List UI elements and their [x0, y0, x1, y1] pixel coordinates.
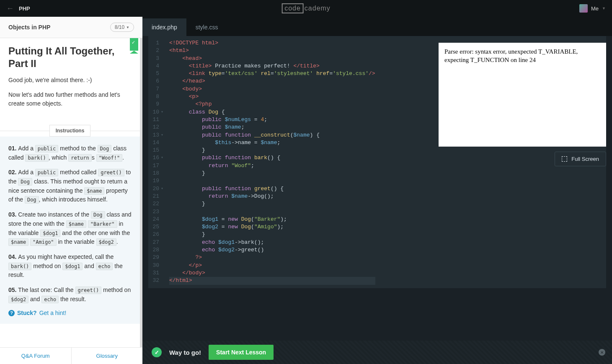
- inline-code: $dog2: [96, 238, 116, 246]
- fold-icon[interactable]: ▾: [161, 108, 163, 116]
- gutter-line-number: 2: [150, 47, 162, 54]
- close-icon[interactable]: ✕: [599, 349, 605, 356]
- gutter-line-number: 8: [150, 93, 162, 101]
- gutter-line-number: 1: [150, 39, 162, 47]
- check-circle-icon: ✓: [152, 347, 162, 357]
- tab-style-css[interactable]: style.css: [186, 18, 227, 36]
- code-line[interactable]: <!DOCTYPE html>: [169, 39, 375, 47]
- lesson-category: Objects in PHP: [8, 24, 50, 31]
- inline-code: Dog: [18, 178, 32, 186]
- gutter-line-number: 24: [150, 216, 162, 223]
- gutter-line-number: 23: [150, 208, 162, 216]
- inline-code: Dog: [25, 196, 39, 204]
- code-line[interactable]: </p>: [169, 262, 375, 269]
- gutter-line-number: 18: [150, 170, 162, 177]
- lesson-paragraph: Now let's add two further methods and le…: [8, 90, 132, 108]
- status-text: Way to go!: [169, 349, 201, 356]
- inline-code: greet(): [98, 169, 124, 176]
- inline-code: echo: [41, 296, 59, 303]
- instruction-step: 01. Add a public method to the Dog class…: [8, 144, 132, 162]
- code-line[interactable]: [169, 208, 375, 216]
- code-line[interactable]: return "Woof";: [169, 162, 375, 170]
- question-icon: ?: [8, 310, 15, 316]
- lesson-title: Putting It All Together, Part II: [8, 45, 123, 70]
- step-selector[interactable]: 8/10 ▼: [110, 23, 134, 32]
- code-line[interactable]: }: [169, 170, 375, 177]
- gutter-line-number: 14: [150, 139, 162, 147]
- inline-code: bark(): [25, 154, 48, 162]
- code-line[interactable]: public function greet() {: [169, 185, 375, 193]
- code-line[interactable]: <body>: [169, 85, 375, 93]
- code-line[interactable]: echo $dog2->greet(): [169, 246, 375, 254]
- instruction-step: 03. Create two instances of the Dog clas…: [8, 210, 132, 247]
- inline-code: Dog: [98, 145, 112, 152]
- code-line[interactable]: <head>: [169, 55, 375, 62]
- editor-tabs: index.php style.css: [142, 17, 612, 36]
- gutter-line-number: 28: [150, 246, 162, 254]
- fullscreen-button[interactable]: Full Screen: [555, 152, 606, 166]
- logo[interactable]: code cademy: [281, 3, 331, 13]
- code-line[interactable]: public function bark() {: [169, 154, 375, 162]
- gutter-line-number: 15: [150, 147, 162, 154]
- inline-code: $dog1: [62, 263, 83, 270]
- tab-index-php[interactable]: index.php: [142, 18, 186, 36]
- chevron-down-icon: ▼: [602, 6, 606, 10]
- fold-icon[interactable]: ▾: [161, 154, 163, 162]
- code-line[interactable]: $dog2 = new Dog("Amigo");: [169, 223, 375, 231]
- start-next-lesson-button[interactable]: Start Next Lesson: [209, 345, 274, 360]
- inline-code: Dog: [91, 211, 105, 219]
- gutter-line-number: 25: [150, 223, 162, 231]
- user-menu[interactable]: Me ▼: [579, 4, 606, 13]
- qa-forum-link[interactable]: Q&A Forum: [0, 348, 72, 364]
- code-line[interactable]: $dog1 = new Dog("Barker");: [169, 216, 375, 223]
- inline-code: public: [35, 145, 58, 152]
- fold-icon[interactable]: ▾: [161, 132, 163, 139]
- output-content: Parse error: syntax error, unexpected T_…: [439, 43, 606, 147]
- code-line[interactable]: $this->name = $name;: [169, 139, 375, 147]
- inline-code: "Barker": [88, 220, 117, 228]
- code-line[interactable]: </body>: [169, 269, 375, 277]
- fold-icon[interactable]: ▾: [161, 185, 163, 193]
- lesson-scroll[interactable]: ✓ Putting It All Together, Part II Good …: [0, 38, 142, 347]
- code-line[interactable]: }: [169, 200, 375, 208]
- code-line[interactable]: }: [169, 147, 375, 154]
- gutter-line-number: 7: [150, 85, 162, 93]
- inline-code: $dog1: [40, 230, 60, 237]
- gutter-line-number: 10▾: [150, 108, 162, 116]
- gutter-line-number: 32: [150, 277, 162, 284]
- code-line[interactable]: <p>: [169, 93, 375, 101]
- code-line[interactable]: public $name;: [169, 124, 375, 131]
- code-line[interactable]: <link type='text/css' rel='stylesheet' h…: [169, 70, 375, 77]
- code-line[interactable]: ?>: [169, 254, 375, 261]
- code-line[interactable]: <?php: [169, 101, 375, 108]
- code-line[interactable]: echo $dog1->bark();: [169, 239, 375, 246]
- code-line[interactable]: <title> Practice makes perfect! </title>: [169, 62, 375, 70]
- check-icon: ✓: [132, 40, 135, 45]
- code-line[interactable]: }: [169, 231, 375, 238]
- back-arrow-icon[interactable]: ←: [6, 4, 14, 13]
- chevron-down-icon: ▼: [126, 26, 129, 29]
- code-line[interactable]: </head>: [169, 77, 375, 85]
- inline-code: $dog2: [8, 296, 28, 303]
- logo-boxed: code: [281, 3, 304, 13]
- hint-link[interactable]: Get a hint!: [39, 310, 67, 316]
- code-line[interactable]: [169, 177, 375, 185]
- code-line[interactable]: public function __construct($name) {: [169, 132, 375, 139]
- code-line[interactable]: <html>: [169, 47, 375, 54]
- gutter-line-number: 19: [150, 177, 162, 185]
- hint-row[interactable]: ? Stuck? Get a hint!: [8, 310, 132, 316]
- instructions-heading: Instructions: [49, 125, 91, 137]
- stuck-label: Stuck?: [17, 310, 37, 316]
- code-line[interactable]: class Dog {: [169, 108, 375, 116]
- gutter-line-number: 16▾: [150, 154, 162, 162]
- glossary-link[interactable]: Glossary: [72, 348, 143, 364]
- gutter-line-number: 13▾: [150, 132, 162, 139]
- logo-rest: cademy: [305, 5, 331, 12]
- code-line[interactable]: return $name->Dog();: [169, 193, 375, 200]
- inline-code: "Woof!": [96, 154, 123, 162]
- gutter-line-number: 21: [150, 193, 162, 200]
- code-line[interactable]: public $numLegs = 4;: [169, 116, 375, 124]
- bookmark-ribbon: ✓: [130, 38, 138, 51]
- gutter-line-number: 31: [150, 269, 162, 277]
- code-line[interactable]: </html>: [169, 277, 375, 284]
